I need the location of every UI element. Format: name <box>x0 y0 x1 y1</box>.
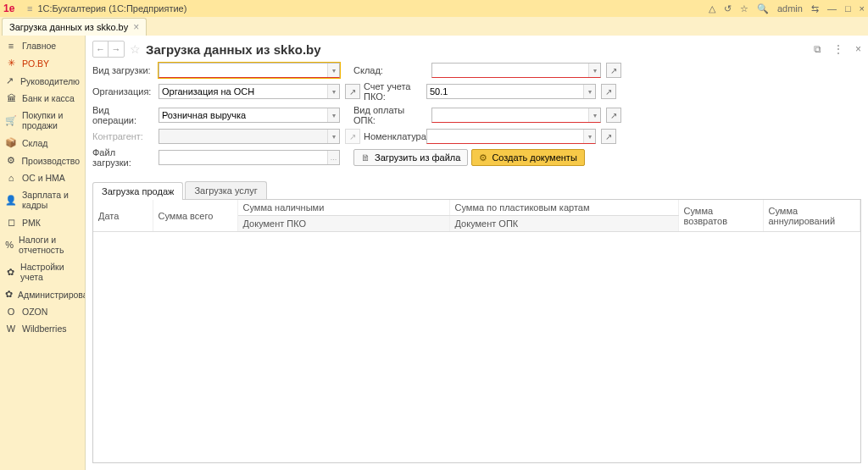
sidebar-label: Руководителю <box>20 76 80 86</box>
sidebar-icon: 🏛 <box>5 93 17 103</box>
label-counterparty: Контрагент: <box>92 131 155 141</box>
sidebar-item-0[interactable]: ≡Главное <box>0 37 85 54</box>
sidebar-icon: 👤 <box>5 195 17 206</box>
sidebar-icon: ✳ <box>5 58 17 69</box>
maximize-icon[interactable]: □ <box>845 3 851 14</box>
document-tab[interactable]: Загрузка данных из skko.by × <box>2 18 147 36</box>
sidebar-item-10[interactable]: %Налоги и отчетность <box>0 231 85 258</box>
open-ref-button[interactable]: ↗ <box>601 84 616 99</box>
sidebar-label: РМК <box>22 218 41 228</box>
dropdown-icon[interactable]: ▾ <box>327 108 339 122</box>
nomenclature-input[interactable] <box>426 129 596 144</box>
sidebar-icon: % <box>5 240 14 250</box>
dropdown-icon[interactable]: ▾ <box>583 130 595 143</box>
data-table: Дата Сумма всего Сумма наличными Сумма п… <box>93 200 860 232</box>
create-documents-button[interactable]: ⚙ Создать документы <box>471 149 584 166</box>
favorite-star-icon[interactable]: ☆ <box>130 42 141 56</box>
load-type-input[interactable] <box>159 63 340 78</box>
history-icon[interactable]: ↺ <box>724 3 732 14</box>
file-input[interactable] <box>159 150 340 165</box>
dropdown-icon[interactable]: ▾ <box>327 64 339 77</box>
minimize-icon[interactable]: — <box>827 3 837 14</box>
open-ref-button[interactable]: ↗ <box>345 84 360 99</box>
user-label[interactable]: admin <box>777 3 803 14</box>
pko-account-input[interactable] <box>426 84 596 99</box>
more-icon[interactable]: ⋮ <box>833 43 843 55</box>
sidebar-item-1[interactable]: ✳PO.BY <box>0 54 85 72</box>
sidebar-item-4[interactable]: 🛒Покупки и продажи <box>0 107 85 134</box>
dropdown-icon[interactable]: ▾ <box>588 64 600 77</box>
label-warehouse: Склад: <box>353 65 428 75</box>
bell-icon[interactable]: △ <box>709 3 715 14</box>
organization-input[interactable] <box>159 84 340 99</box>
sidebar-label: Зарплата и кадры <box>22 190 80 210</box>
dropdown-icon[interactable]: ▾ <box>588 108 600 122</box>
sidebar-label: PO.BY <box>22 58 49 69</box>
sidebar-item-8[interactable]: 👤Зарплата и кадры <box>0 186 85 213</box>
sidebar-icon: ✿ <box>5 267 15 278</box>
open-ref-button[interactable]: ↗ <box>606 63 621 78</box>
sidebar-icon: 🛒 <box>5 115 17 126</box>
open-ref-button: ↗ <box>345 129 360 144</box>
dropdown-icon: ▾ <box>327 130 339 143</box>
col-returns[interactable]: Сумма возвратов <box>678 200 763 232</box>
dropdown-icon[interactable]: ▾ <box>327 85 339 98</box>
open-ref-button[interactable]: ↗ <box>601 129 616 144</box>
sidebar-icon: 📦 <box>5 137 17 148</box>
sidebar-label: OZON <box>22 307 47 317</box>
sidebar-item-12[interactable]: ✿Администрирование <box>0 285 85 303</box>
col-pko-doc[interactable]: Документ ПКО <box>237 216 449 232</box>
sidebar-item-2[interactable]: ↗Руководителю <box>0 72 85 90</box>
nav-back-button[interactable]: ← <box>93 41 108 57</box>
sidebar-label: Налоги и отчетность <box>19 235 80 255</box>
close-app-icon[interactable]: × <box>860 3 865 14</box>
label-nomenclature: Номенклатура: <box>364 131 423 141</box>
col-opk-doc[interactable]: Документ ОПК <box>449 216 678 232</box>
sidebar-icon: W <box>5 323 17 334</box>
opk-payment-input[interactable] <box>431 108 601 123</box>
app-logo: 1e <box>3 3 22 14</box>
col-cancel[interactable]: Сумма аннулирований <box>763 200 860 232</box>
tab-sales-load[interactable]: Загрузка продаж <box>92 182 183 200</box>
sidebar-item-11[interactable]: ✿Настройки учета <box>0 258 85 285</box>
sidebar-icon: ↗ <box>5 75 15 86</box>
sidebar-label: Производство <box>22 156 80 166</box>
col-card[interactable]: Сумма по пластиковым картам <box>449 200 678 216</box>
sidebar-item-6[interactable]: ⚙Производство <box>0 152 85 169</box>
warehouse-input[interactable] <box>431 63 601 78</box>
load-from-file-button[interactable]: 🗎 Загрузить из файла <box>353 149 468 166</box>
sidebar-label: Настройки учета <box>20 262 80 282</box>
sidebar-item-5[interactable]: 📦Склад <box>0 134 85 152</box>
star-icon[interactable]: ☆ <box>740 3 748 14</box>
operation-type-input[interactable] <box>159 108 340 123</box>
col-total[interactable]: Сумма всего <box>153 200 237 232</box>
sidebar-label: Склад <box>22 138 47 148</box>
sidebar-label: Wildberries <box>22 323 67 334</box>
sidebar-item-7[interactable]: ⌂ОС и НМА <box>0 169 85 186</box>
btn-load-label: Загрузить из файла <box>375 152 460 163</box>
sidebar-icon: O <box>5 307 17 317</box>
col-cash[interactable]: Сумма наличными <box>237 200 449 216</box>
col-date[interactable]: Дата <box>93 200 153 232</box>
sidebar-item-13[interactable]: OOZON <box>0 303 85 320</box>
sidebar-icon: ⚙ <box>5 155 17 166</box>
options-icon[interactable]: ⇆ <box>811 3 819 14</box>
search-icon[interactable]: 🔍 <box>757 3 769 14</box>
page-title: Загрузка данных из skko.by <box>146 42 321 57</box>
link-icon[interactable]: ⧉ <box>814 43 821 55</box>
tab-services-load[interactable]: Загрузка услуг <box>185 181 266 199</box>
sidebar-item-3[interactable]: 🏛Банк и касса <box>0 90 85 107</box>
open-ref-button[interactable]: ↗ <box>606 108 621 123</box>
label-load-type: Вид загрузки: <box>92 65 155 75</box>
main-menu-icon[interactable]: ≡ <box>27 3 32 14</box>
sidebar-item-9[interactable]: ◻РМК <box>0 213 85 231</box>
close-tab-icon[interactable]: × <box>133 21 139 33</box>
sidebar-item-14[interactable]: WWildberries <box>0 320 85 337</box>
browse-icon[interactable]: … <box>327 151 339 164</box>
gear-icon: ⚙ <box>479 152 487 163</box>
btn-create-label: Создать документы <box>492 152 576 163</box>
nav-forward-button[interactable]: → <box>108 41 124 57</box>
close-page-icon[interactable]: × <box>855 43 861 55</box>
dropdown-icon[interactable]: ▾ <box>583 85 595 98</box>
sidebar-label: Покупки и продажи <box>22 110 80 130</box>
